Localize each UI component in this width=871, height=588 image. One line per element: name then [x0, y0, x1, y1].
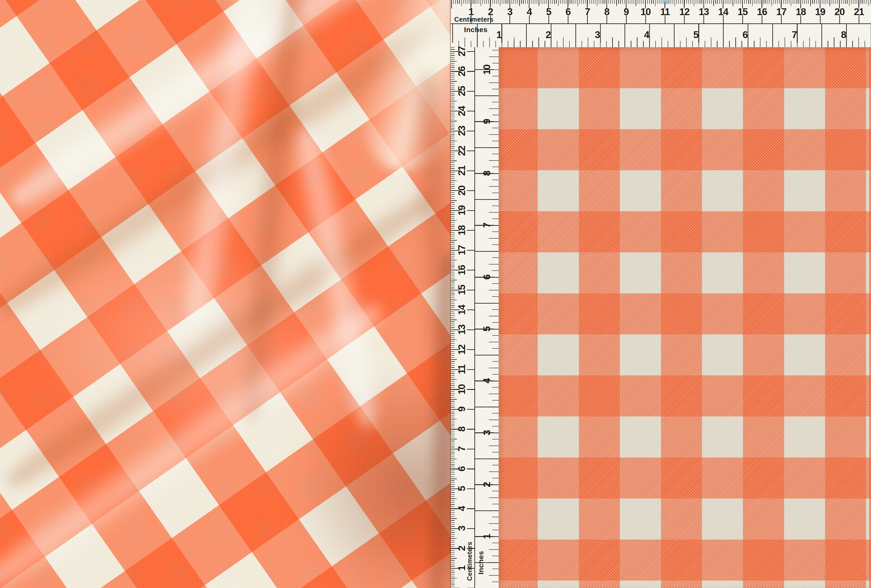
ruler-top-centimeter-stub-ticks	[451, 15, 871, 23]
inches-label-left: Inches	[477, 551, 484, 575]
flat-gingham-fabric	[499, 47, 871, 588]
ruler-left-centimeter-stub-ticks	[467, 47, 474, 588]
draped-fabric-photo	[0, 0, 451, 588]
ruler-left-inch-scale	[474, 47, 499, 588]
ruler-top-inch-scale	[451, 24, 871, 47]
centimeters-label-top: Centimeters	[454, 16, 494, 23]
fabric-scan-photo: 123456789101112131415161718192021 123456…	[0, 0, 871, 588]
flat-fabric-edge-shade	[499, 47, 871, 588]
scan-artifact-mark	[664, 0, 668, 1]
inches-label-top: Inches	[464, 26, 488, 33]
mesh-texture-overlay	[0, 0, 451, 588]
centimeters-label-left: Centimeters	[466, 542, 473, 581]
